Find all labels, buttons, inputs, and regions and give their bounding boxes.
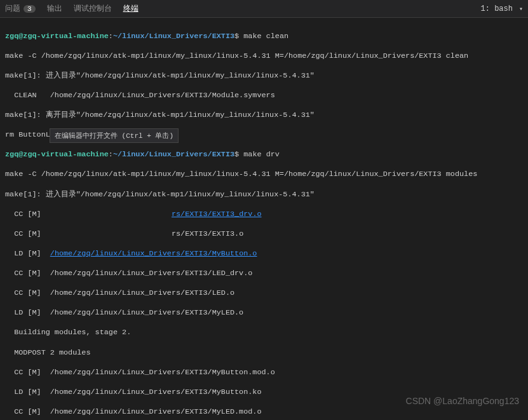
output-line: MODPOST 2 modules <box>5 348 523 358</box>
output-line: CC [M] /home/zgq/linux/Linux_Drivers/EXT… <box>5 407 523 417</box>
panel-tabbar: 问题 3 输出 调试控制台 终端 1: bash ▾ <box>0 0 528 18</box>
typed-command: make drv <box>243 150 280 159</box>
terminal-body[interactable]: zgq@zgq-virtual-machine:~/linux/Linux_Dr… <box>0 18 528 420</box>
output-line: CLEAN /home/zgq/linux/Linux_Drivers/EXTI… <box>5 91 523 101</box>
output-line: LD [M] /home/zgq/linux/Linux_Drivers/EXT… <box>5 308 523 318</box>
tab-problems[interactable]: 问题 3 <box>5 3 36 14</box>
watermark-text: CSDN @LaoZhangGong123 <box>406 396 519 406</box>
tab-terminal[interactable]: 终端 <box>123 3 139 14</box>
output-line: make -C /home/zgq/linux/atk-mp1/linux/my… <box>5 51 523 62</box>
tab-problems-label: 问题 <box>5 3 20 14</box>
output-line: CC [M] /home/zgq/linux/Linux_Drivers/EXT… <box>5 368 523 378</box>
tab-output[interactable]: 输出 <box>47 3 62 14</box>
typed-command: make clean <box>243 32 288 41</box>
output-line: rs/EXTI3/EXTI3.o <box>172 229 243 238</box>
output-line: make[1]: 进入目录"/home/zgq/linux/atk-mp1/li… <box>5 71 523 81</box>
tab-debug-label: 调试控制台 <box>74 3 112 14</box>
output-line: make -C /home/zgq/linux/atk-mp1/linux/my… <box>5 170 523 180</box>
chevron-down-icon[interactable]: ▾ <box>519 5 523 13</box>
problems-count-badge: 3 <box>24 5 36 13</box>
tab-output-label: 输出 <box>47 3 62 14</box>
file-link[interactable]: rs/EXTI3/EXTI3_drv.o <box>172 210 262 219</box>
prompt-user: zgq@zgq-virtual-machine <box>5 32 109 41</box>
output-line: CC [M] /home/zgq/linux/Linux_Drivers/EXT… <box>5 269 523 279</box>
link-hover-tooltip: 在编辑器中打开文件 (Ctrl + 单击) <box>50 128 179 143</box>
output-line: CC [M] /home/zgq/linux/Linux_Drivers/EXT… <box>5 288 523 299</box>
prompt-path: ~/linux/Linux_Drivers/EXTI3 <box>113 32 234 41</box>
file-link[interactable]: /home/zgq/linux/Linux_Drivers/EXTI3/MyBu… <box>50 249 257 258</box>
tab-debug-console[interactable]: 调试控制台 <box>74 3 112 14</box>
output-line: Building modules, stage 2. <box>5 328 523 338</box>
terminal-shell-selector[interactable]: 1: bash <box>481 4 513 13</box>
tab-terminal-label: 终端 <box>123 3 139 14</box>
output-line: make[1]: 进入目录"/home/zgq/linux/atk-mp1/li… <box>5 190 523 200</box>
output-line: make[1]: 离开目录"/home/zgq/linux/atk-mp1/li… <box>5 111 523 121</box>
